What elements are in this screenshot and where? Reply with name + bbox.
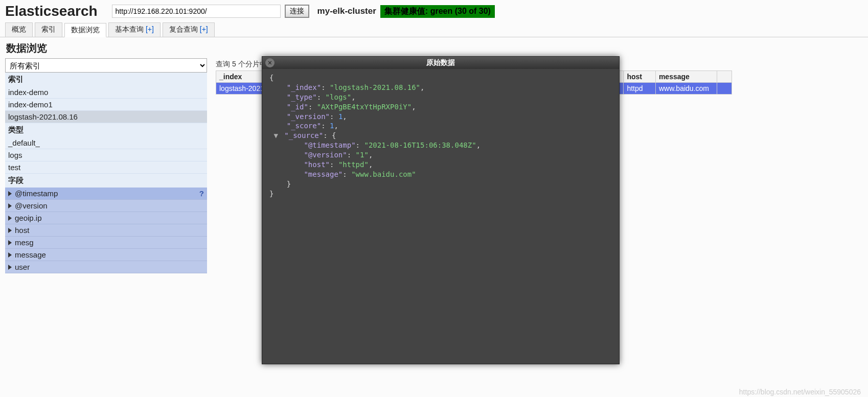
cluster-url-input[interactable] [112,5,281,18]
expand-icon [8,252,12,258]
field-label: host [15,226,29,235]
cell-host: httpd [624,83,656,95]
page-title: 数据浏览 [0,37,868,58]
close-icon[interactable]: ✕ [265,58,275,67]
field-label: message [15,250,46,259]
collapse-icon[interactable]: ▼ [273,131,278,139]
tab-browse[interactable]: 数据浏览 [64,23,106,37]
section-types-label: 类型 [5,123,207,137]
tab-basic-query[interactable]: 基本查询 [+] [108,22,161,37]
field-label: geoip.ip [15,214,42,222]
json-viewer[interactable]: { "_index": "logstash-2021.08.16", "_typ… [262,69,619,203]
dialog-title-bar[interactable]: ✕ 原始数据 [262,57,619,69]
field-item[interactable]: host [5,224,207,237]
tab-overview[interactable]: 概览 [5,22,33,37]
cluster-health-badge: 集群健康值: green (30 of 30) [380,5,495,18]
tab-basic-query-plus[interactable]: [+] [146,25,154,33]
expand-icon [8,240,12,245]
tab-composite-query-label: 复合查询 [169,25,198,33]
type-item[interactable]: logs [5,149,207,161]
expand-icon [8,191,12,196]
expand-icon [8,216,12,221]
cluster-name: my-elk-cluster [313,6,376,16]
field-item[interactable]: mesg [5,237,207,249]
expand-icon [8,265,12,270]
expand-icon [8,203,12,208]
col-message[interactable]: message [655,71,717,83]
field-item-selected[interactable]: @timestamp ? [5,188,207,200]
index-item[interactable]: index-demo1 [5,99,207,111]
cell-message: www.baidu.com [655,83,717,95]
type-item[interactable]: _default_ [5,137,207,149]
tab-composite-query[interactable]: 复合查询 [+] [163,22,215,37]
tab-index[interactable]: 索引 [35,22,62,37]
col-host[interactable]: host [624,71,656,83]
tab-basic-query-label: 基本查询 [115,25,144,33]
watermark: https://blog.csdn.net/weixin_55905026 [739,388,861,396]
index-item[interactable]: index-demo [5,86,207,99]
expand-icon [8,228,12,233]
raw-data-dialog: ✕ 原始数据 { "_index": "logstash-2021.08.16"… [262,56,620,364]
section-indices-label: 索引 [5,73,207,86]
connect-button[interactable]: 连接 [285,5,309,18]
index-item-selected[interactable]: logstash-2021.08.16 [5,111,207,123]
tab-composite-query-plus[interactable]: [+] [200,25,208,33]
field-label: user [15,263,30,271]
field-label: @version [15,201,48,210]
field-item[interactable]: user [5,261,207,273]
col-extra[interactable] [717,71,732,83]
brand-title: Elasticsearch [5,3,108,19]
type-item[interactable]: test [5,161,207,174]
field-item[interactable]: @version [5,200,207,212]
field-item[interactable]: geoip.ip [5,212,207,224]
index-select[interactable]: 所有索引 [5,58,207,73]
field-item[interactable]: message [5,249,207,261]
cell-extra [717,83,732,95]
field-label: mesg [15,238,34,247]
dialog-title: 原始数据 [426,58,455,66]
field-help-icon[interactable]: ? [199,189,204,198]
main-tabs: 概览 索引 数据浏览 基本查询 [+] 复合查询 [+] [0,22,868,37]
field-label: @timestamp [15,189,58,198]
section-fields-label: 字段 [5,174,207,188]
sidebar: 所有索引 索引 index-demo index-demo1 logstash-… [0,58,210,273]
